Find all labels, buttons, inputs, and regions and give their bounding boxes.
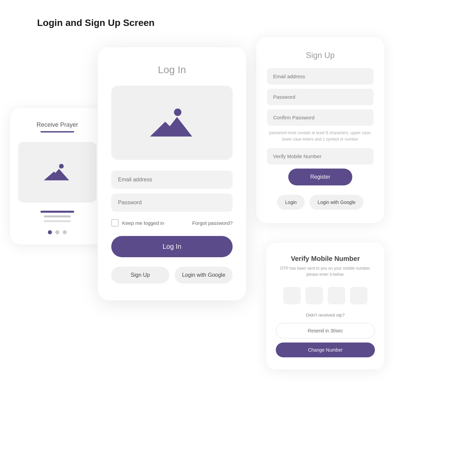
- login-title: Log In: [111, 64, 233, 76]
- onboarding-image: [18, 142, 96, 203]
- login-hero-image: [111, 86, 233, 160]
- svg-point-0: [59, 164, 64, 169]
- onboarding-card: Receive Prayer: [10, 108, 105, 244]
- mountain-icon-small: [44, 163, 71, 182]
- onboarding-lines: [18, 211, 96, 222]
- onboarding-underline: [40, 131, 74, 132]
- signup-title: Sign Up: [267, 51, 374, 60]
- signup-button[interactable]: Sign Up: [111, 267, 169, 284]
- login-password-input[interactable]: [111, 194, 233, 212]
- signup-password-input[interactable]: [267, 89, 374, 105]
- line-light: [44, 215, 71, 217]
- onboarding-tab-label: Receive Prayer: [18, 121, 96, 128]
- mountain-icon-large: [150, 108, 194, 138]
- signup-login-button[interactable]: Login: [277, 195, 305, 210]
- dot-3[interactable]: [63, 230, 67, 234]
- resend-button[interactable]: Resend in 30sec: [276, 323, 375, 338]
- otp-box-2[interactable]: [305, 287, 323, 304]
- otp-row: [276, 287, 375, 304]
- line-lighter: [44, 220, 71, 222]
- verify-card: Verify Mobile Number OTP has been sent t…: [266, 243, 384, 369]
- dot-1[interactable]: [48, 230, 52, 234]
- login-bottom-row: Sign Up Login with Google: [111, 267, 233, 284]
- keep-logged-in-checkbox[interactable]: [111, 219, 119, 227]
- otp-box-3[interactable]: [328, 287, 345, 304]
- login-button[interactable]: Log In: [111, 236, 233, 257]
- signup-google-button[interactable]: Login with Google: [309, 195, 363, 210]
- login-google-button[interactable]: Login with Google: [175, 267, 233, 284]
- password-hint: password must contain at least 8 charact…: [267, 130, 374, 143]
- login-card: Log In Keep me logged in Forgot password…: [98, 47, 246, 300]
- signup-confirm-password-input[interactable]: [267, 109, 374, 126]
- keep-logged-in-label[interactable]: Keep me logged in: [111, 219, 164, 227]
- onboarding-dots: [18, 230, 96, 234]
- forgot-password-link[interactable]: Forgot password?: [192, 220, 233, 226]
- register-button[interactable]: Register: [288, 169, 352, 185]
- dot-2[interactable]: [55, 230, 59, 234]
- signup-verify-mobile-input[interactable]: [267, 148, 374, 165]
- verify-subtitle: OTP has been sent to you on your mobile …: [276, 265, 375, 277]
- signup-bottom-row: Login Login with Google: [267, 195, 374, 210]
- signup-email-input[interactable]: [267, 68, 374, 85]
- signup-card: Sign Up password must contain at least 8…: [256, 37, 384, 223]
- page-title: Login and Sign Up Screen: [37, 18, 154, 28]
- otp-box-1[interactable]: [283, 287, 301, 304]
- line-dark: [40, 211, 74, 213]
- otp-box-4[interactable]: [350, 287, 367, 304]
- change-number-button[interactable]: Change Number: [276, 343, 375, 357]
- svg-point-3: [174, 109, 181, 116]
- verify-title: Verify Mobile Number: [276, 255, 375, 263]
- login-email-input[interactable]: [111, 171, 233, 189]
- keep-logged-in-text: Keep me logged in: [122, 220, 164, 226]
- login-options-row: Keep me logged in Forgot password?: [111, 219, 233, 227]
- didnt-receive-text: Didn't received otp?: [276, 313, 375, 318]
